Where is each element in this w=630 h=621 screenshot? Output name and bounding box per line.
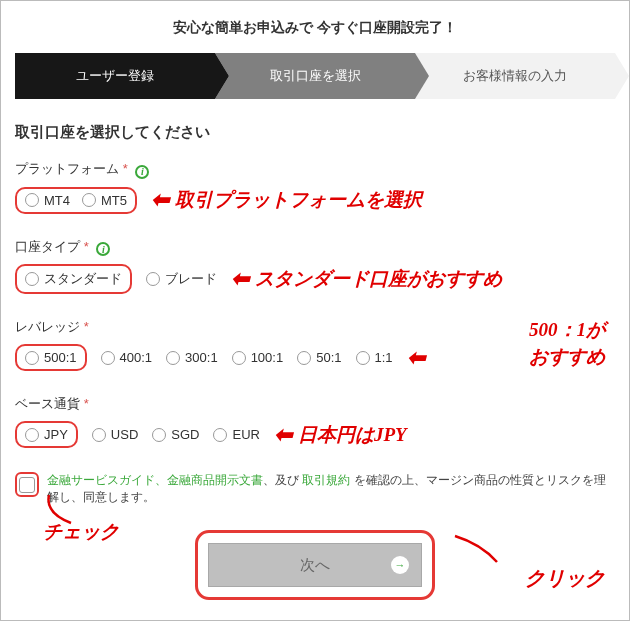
page-title: 安心な簡単お申込みで 今すぐ口座開設完了！ <box>15 19 615 37</box>
highlight-standard: スタンダード <box>15 264 132 294</box>
radio-mt4[interactable]: MT4 <box>25 193 70 208</box>
radio-lev-400[interactable]: 400:1 <box>101 350 153 365</box>
radio-standard[interactable]: スタンダード <box>25 270 122 288</box>
step-user-register: ユーザー登録 <box>15 53 215 99</box>
radio-jpy[interactable]: JPY <box>25 427 68 442</box>
highlight-next: 次へ → <box>195 530 435 600</box>
annotation-check: チェック <box>43 519 119 545</box>
leverage-label: レバレッジ * <box>15 318 615 336</box>
section-heading: 取引口座を選択してください <box>15 123 615 142</box>
highlight-checkbox <box>15 472 39 497</box>
radio-blade[interactable]: ブレード <box>146 270 217 288</box>
annotation-line-click <box>451 532 501 566</box>
next-button[interactable]: 次へ → <box>208 543 422 587</box>
radio-lev-100[interactable]: 100:1 <box>232 350 284 365</box>
base-currency-label: ベース通貨 * <box>15 395 615 413</box>
platform-label: プラットフォーム * i <box>15 160 615 179</box>
link-terms[interactable]: 取引規約 <box>302 473 350 487</box>
radio-usd[interactable]: USD <box>92 427 138 442</box>
info-icon[interactable]: i <box>135 165 149 179</box>
radio-mt5[interactable]: MT5 <box>82 193 127 208</box>
step-customer-info: お客様情報の入力 <box>415 53 615 99</box>
radio-lev-500[interactable]: 500:1 <box>25 350 77 365</box>
annotation-arrow-leverage: ⬅ <box>407 347 431 369</box>
highlight-leverage: 500:1 <box>15 344 87 371</box>
highlight-jpy: JPY <box>15 421 78 448</box>
annotation-click: クリック <box>525 565 605 592</box>
annotation-currency: ⬅日本円はJPY <box>274 422 407 448</box>
arrow-right-icon: → <box>391 556 409 574</box>
radio-lev-1[interactable]: 1:1 <box>356 350 393 365</box>
step-select-account: 取引口座を選択 <box>215 53 415 99</box>
annotation-leverage: 500：1がおすすめ <box>529 317 605 370</box>
radio-lev-300[interactable]: 300:1 <box>166 350 218 365</box>
annotation-account-type: ⬅スタンダード口座がおすすめ <box>231 266 502 292</box>
radio-sgd[interactable]: SGD <box>152 427 199 442</box>
agree-row: 金融サービスガイド、金融商品開示文書、及び 取引規約 を確認の上、マージン商品の… <box>15 472 615 506</box>
info-icon[interactable]: i <box>96 242 110 256</box>
radio-lev-50[interactable]: 50:1 <box>297 350 341 365</box>
link-guide[interactable]: 金融サービスガイド、金融商品開示文書 <box>47 473 263 487</box>
annotation-platform: ⬅取引プラットフォームを選択 <box>151 187 422 213</box>
highlight-platform: MT4 MT5 <box>15 187 137 214</box>
agree-text: 金融サービスガイド、金融商品開示文書、及び 取引規約 を確認の上、マージン商品の… <box>47 472 615 506</box>
stepper: ユーザー登録 取引口座を選択 お客様情報の入力 <box>15 53 615 99</box>
radio-eur[interactable]: EUR <box>213 427 259 442</box>
account-type-label: 口座タイプ * i <box>15 238 615 257</box>
agree-checkbox[interactable] <box>19 477 35 493</box>
